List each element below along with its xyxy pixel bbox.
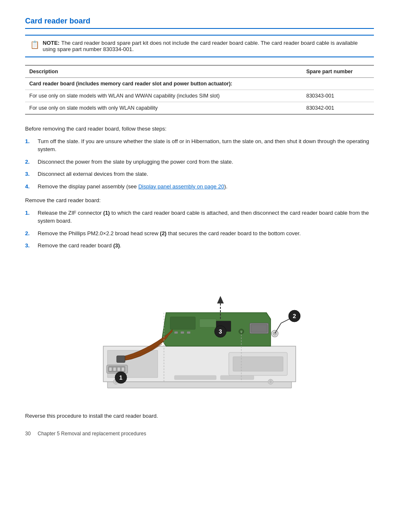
parts-table-container: Description Spare part number Card reade… bbox=[25, 65, 374, 115]
intro-text: Before removing the card reader board, f… bbox=[25, 125, 374, 133]
step-text: Remove the card reader board (3). bbox=[38, 242, 374, 250]
note-content: NOTE:The card reader board spare part ki… bbox=[43, 40, 369, 52]
svg-rect-23 bbox=[251, 324, 267, 332]
step-text: Remove the Phillips PM2.0×2.2 broad head… bbox=[38, 229, 374, 238]
note-icon: 📋 bbox=[30, 40, 39, 49]
prereq-step: 4.Remove the display panel assembly (see… bbox=[25, 182, 374, 191]
footer-page: 30 bbox=[25, 431, 31, 437]
label-1: 1 bbox=[115, 372, 127, 383]
table-row: For use only on slate models with WLAN a… bbox=[25, 90, 374, 102]
step-number: 3. bbox=[25, 170, 33, 178]
table-body: Card reader board (includes memory card … bbox=[25, 78, 374, 115]
remove-step: 3.Remove the card reader board (3). bbox=[25, 242, 374, 250]
page-container: Card reader board 📋 NOTE:The card reader… bbox=[0, 0, 399, 449]
table-cell-description: For use only on slate models with only W… bbox=[25, 102, 302, 115]
remove-step: 1.Release the ZIF connector (1) to which… bbox=[25, 209, 374, 225]
note-label: NOTE: bbox=[43, 40, 59, 46]
table-cell-spare bbox=[302, 78, 374, 90]
table-header-row: Description Spare part number bbox=[25, 65, 374, 78]
step-text: Release the ZIF connector (1) to which t… bbox=[38, 209, 374, 225]
svg-marker-32 bbox=[217, 296, 224, 303]
parts-table: Description Spare part number Card reade… bbox=[25, 65, 374, 115]
svg-rect-12 bbox=[233, 357, 283, 371]
step-number: 2. bbox=[25, 158, 33, 166]
remove-step: 2.Remove the Phillips PM2.0×2.2 broad he… bbox=[25, 229, 374, 238]
table-cell-spare: 830342-001 bbox=[302, 102, 374, 115]
step-number: 1. bbox=[25, 137, 33, 146]
svg-rect-7 bbox=[118, 368, 120, 371]
footer: 30 Chapter 5 Removal and replacement pro… bbox=[25, 431, 146, 437]
footer-chapter: Chapter 5 Removal and replacement proced… bbox=[38, 431, 146, 437]
svg-rect-25 bbox=[174, 332, 178, 334]
svg-rect-14 bbox=[220, 375, 254, 380]
step-text: Disconnect the power from the slate by u… bbox=[38, 158, 374, 166]
svg-rect-13 bbox=[174, 375, 216, 380]
svg-rect-8 bbox=[122, 368, 124, 371]
prereq-steps-list: 1.Turn off the slate. If you are unsure … bbox=[25, 137, 374, 191]
col-description: Description bbox=[25, 65, 302, 78]
display-panel-link[interactable]: Display panel assembly on page 20 bbox=[138, 183, 224, 190]
svg-text:3: 3 bbox=[219, 328, 222, 335]
prereq-step: 2.Disconnect the power from the slate by… bbox=[25, 158, 374, 166]
step-text: Turn off the slate. If you are unsure wh… bbox=[38, 137, 374, 154]
svg-rect-30 bbox=[117, 356, 125, 362]
step-number: 2. bbox=[25, 229, 33, 238]
page-title: Card reader board bbox=[25, 17, 374, 29]
step-text: Remove the display panel assembly (see D… bbox=[38, 182, 374, 191]
svg-point-18 bbox=[269, 380, 272, 383]
prereq-step: 1.Turn off the slate. If you are unsure … bbox=[25, 137, 374, 154]
remove-steps-list: 1.Release the ZIF connector (1) to which… bbox=[25, 209, 374, 250]
col-spare: Spare part number bbox=[302, 65, 374, 78]
note-text: The card reader board spare part kit doe… bbox=[43, 40, 358, 52]
table-cell-description: Card reader board (includes memory card … bbox=[25, 78, 302, 90]
assembly-diagram: 1 2 3 bbox=[91, 258, 308, 401]
prereq-step: 3.Disconnect all external devices from t… bbox=[25, 170, 374, 178]
step-number: 1. bbox=[25, 209, 33, 217]
remove-heading: Remove the card reader board: bbox=[25, 196, 374, 205]
table-cell-description: For use only on slate models with WLAN a… bbox=[25, 90, 302, 102]
svg-rect-6 bbox=[113, 368, 116, 371]
note-box: 📋 NOTE:The card reader board spare part … bbox=[25, 35, 374, 57]
step-text: Disconnect all external devices from the… bbox=[38, 170, 374, 178]
label-3: 3 bbox=[215, 326, 226, 337]
svg-rect-5 bbox=[109, 368, 112, 371]
svg-rect-20 bbox=[170, 317, 195, 329]
closing-text: Reverse this procedure to install the ca… bbox=[25, 412, 374, 420]
step-number: 3. bbox=[25, 242, 33, 250]
svg-rect-21 bbox=[200, 319, 216, 327]
step-number: 4. bbox=[25, 182, 33, 191]
svg-rect-26 bbox=[181, 332, 184, 334]
label-2: 2 bbox=[275, 310, 300, 334]
diagram-container: 1 2 3 bbox=[25, 258, 374, 402]
svg-text:2: 2 bbox=[293, 313, 296, 319]
svg-rect-27 bbox=[187, 332, 190, 334]
svg-text:1: 1 bbox=[119, 374, 123, 381]
table-row: For use only on slate models with only W… bbox=[25, 102, 374, 115]
svg-line-36 bbox=[281, 319, 289, 323]
table-row: Card reader board (includes memory card … bbox=[25, 78, 374, 90]
table-cell-spare: 830343-001 bbox=[302, 90, 374, 102]
